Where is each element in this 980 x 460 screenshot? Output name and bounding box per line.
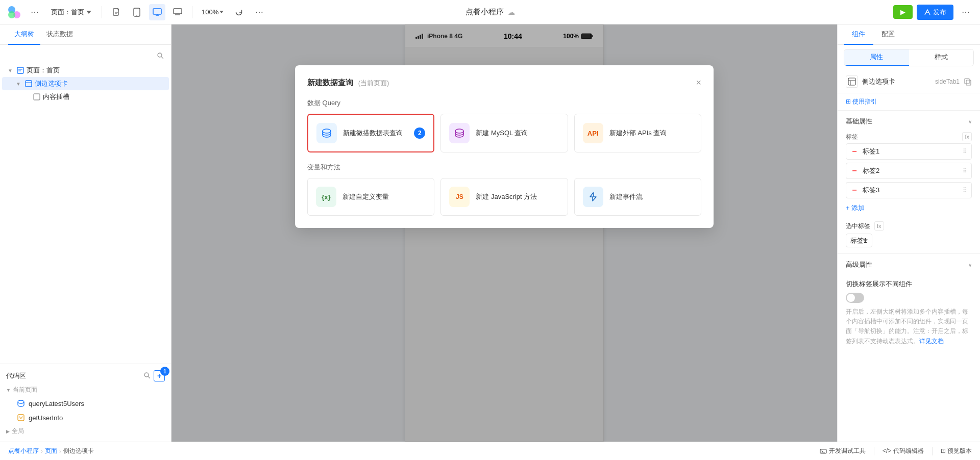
code-editor-btn[interactable]: </> 代码编辑器 <box>883 447 924 455</box>
sidetab-icon <box>24 80 33 88</box>
selected-tag-select-wrapper: 标签1 标签2 标签3 <box>846 234 972 247</box>
query-option-weida[interactable]: 新建微搭数据表查询 2 <box>307 114 434 152</box>
query-modal-header: 新建数据查询 (当前页面) × <box>307 78 701 88</box>
var-options: {x} 新建自定义变量 JS 新建 JavaScript 方法 新建事件流 <box>307 178 701 216</box>
copy-icon[interactable] <box>964 78 972 86</box>
tree-arrow-sidetab: ▼ <box>14 80 22 88</box>
query-modal-close-button[interactable]: × <box>696 78 701 88</box>
code-item-label-2: getUserInfo <box>29 414 63 422</box>
tag-drag-2[interactable]: ⠿ <box>963 167 967 174</box>
query-badge: 2 <box>414 127 425 139</box>
custom-var-icon: {x} <box>316 187 336 207</box>
more-icon-toolbar[interactable]: ⋯ <box>251 4 267 20</box>
component-link-row: ⊞ 使用指引 <box>838 93 980 111</box>
component-link[interactable]: ⊞ 使用指引 <box>846 97 972 106</box>
fx-btn-tag[interactable]: fx <box>962 132 972 141</box>
toolbar-right: ▶ 发布 ⋯ <box>893 4 974 20</box>
global-section[interactable]: ▶ 全局 <box>0 425 171 438</box>
query-option-mysql[interactable]: 新建 MySQL 查询 <box>440 114 568 152</box>
var-option-js-label: 新建 JavaScript 方法 <box>476 192 537 201</box>
svg-rect-21 <box>966 80 971 85</box>
tab-outline[interactable]: 大纲树 <box>8 24 40 45</box>
phone-icon[interactable] <box>129 4 145 20</box>
current-page-section[interactable]: ▼ 当前页面 <box>0 384 171 396</box>
var-option-event-label: 新建事件流 <box>609 192 643 201</box>
left-sidebar: 大纲树 状态数据 ▼ 页面：首页 ▼ <box>0 24 172 442</box>
code-area-header: 代码区 + 1 <box>0 368 171 384</box>
step-badge-1: 1 <box>160 367 169 376</box>
more-icon-left[interactable]: ⋯ <box>27 4 43 20</box>
mysql-icon <box>449 123 470 143</box>
right-tab-config[interactable]: 配置 <box>873 24 903 45</box>
advanced-arrow[interactable]: ∨ <box>968 262 972 268</box>
monitor-icon[interactable] <box>149 4 165 20</box>
tag-text-3: 标签3 <box>863 186 959 195</box>
basic-props-header[interactable]: 基础属性 ∨ <box>846 117 972 126</box>
tree-arrow-page: ▼ <box>6 66 14 74</box>
global-label: 全局 <box>12 427 24 436</box>
tag-minus-1[interactable]: − <box>850 147 859 156</box>
page-selector[interactable]: 页面：首页 <box>47 6 95 19</box>
tag-label-text: 标签 <box>846 133 858 141</box>
query-option-api[interactable]: API 新建外部 APIs 查询 <box>574 114 701 152</box>
tab-state[interactable]: 状态数据 <box>40 24 79 45</box>
new-file-icon[interactable] <box>108 4 125 20</box>
breadcrumb-app[interactable]: 点餐小程序 <box>8 447 39 455</box>
run-button[interactable]: ▶ <box>893 5 913 19</box>
query-modal-title: 新建数据查询 (当前页面) <box>307 78 389 88</box>
var-option-js[interactable]: JS 新建 JavaScript 方法 <box>440 178 568 216</box>
right-tab-component[interactable]: 组件 <box>844 24 873 45</box>
tag-item-1: − 标签1 ⠿ <box>846 143 972 160</box>
var-method-label: 变量和方法 <box>307 163 701 172</box>
var-option-custom[interactable]: {x} 新建自定义变量 <box>307 178 434 216</box>
dev-tools-btn[interactable]: 开发调试工具 <box>820 447 866 455</box>
more-icon-right[interactable]: ⋯ <box>958 4 974 20</box>
code-search-btn[interactable] <box>142 371 152 381</box>
advanced-desc-link[interactable]: 详见文档 <box>919 338 944 345</box>
tree-item-sidetab[interactable]: ▼ 侧边选项卡 <box>2 77 169 90</box>
zoom-selector[interactable]: 100% <box>199 6 227 18</box>
tree-item-page[interactable]: ▼ 页面：首页 <box>2 64 169 77</box>
breadcrumb-page[interactable]: 页面 <box>45 447 57 455</box>
switch-label: 切换标签展示不同组件 <box>846 279 912 289</box>
tree-label-sidetab: 侧边选项卡 <box>35 79 165 88</box>
tree-item-slot[interactable]: 内容插槽 <box>2 90 169 104</box>
toggle-switch[interactable] <box>846 293 864 303</box>
svg-rect-20 <box>848 78 855 85</box>
tag-text-2: 标签2 <box>863 166 959 175</box>
code-add-button[interactable]: + 1 <box>154 370 165 381</box>
data-query-label: 数据 Query <box>307 98 701 108</box>
basic-props-arrow: ∨ <box>968 119 972 124</box>
query-icon-1 <box>16 399 26 408</box>
preview-btn[interactable]: ⊡ 预览版本 <box>941 447 972 455</box>
desktop-icon[interactable] <box>169 4 186 20</box>
fx-btn-selected[interactable]: fx <box>874 221 884 231</box>
svg-rect-7 <box>174 9 182 14</box>
code-item-getUserInfo[interactable]: getUserInfo <box>2 411 169 425</box>
svg-point-19 <box>455 129 463 133</box>
publish-button[interactable]: 发布 <box>917 5 953 20</box>
selected-tag-select[interactable]: 标签1 标签2 标签3 <box>846 234 872 247</box>
outline-search-btn[interactable] <box>156 51 165 62</box>
add-tag-button[interactable]: + 添加 <box>846 201 972 215</box>
center-canvas: iPhone 8 4G 10:44 100% 新建数据查询 (当前页面) × <box>172 24 837 442</box>
tag-drag-3[interactable]: ⠿ <box>963 187 967 194</box>
app-logo <box>6 4 22 20</box>
toolbar-center: 点餐小程序 ☁ <box>465 7 515 17</box>
var-option-event[interactable]: 新建事件流 <box>574 178 701 216</box>
tag-minus-2[interactable]: − <box>850 166 859 175</box>
advanced-title: 高级属性 ∨ <box>846 260 972 269</box>
bottom-bar: 点餐小程序 › 页面 › 侧边选项卡 开发调试工具 </> 代码编辑器 ⊡ 预览… <box>0 442 980 460</box>
tag-minus-3[interactable]: − <box>850 186 859 195</box>
chevron-down-icon <box>86 11 91 14</box>
subtab-props[interactable]: 属性 <box>844 49 909 66</box>
current-page-arrow: ▼ <box>6 388 11 393</box>
refresh-icon[interactable] <box>231 4 247 20</box>
page-icon <box>16 66 24 74</box>
subtab-style[interactable]: 样式 <box>909 49 974 66</box>
code-area-actions: + 1 <box>142 370 165 381</box>
component-id: sideTab1 <box>935 78 960 85</box>
tag-drag-1[interactable]: ⠿ <box>963 148 967 155</box>
chevron-down-zoom-icon <box>219 11 224 13</box>
code-item-queryLatest5Users[interactable]: queryLatest5Users <box>2 396 169 411</box>
